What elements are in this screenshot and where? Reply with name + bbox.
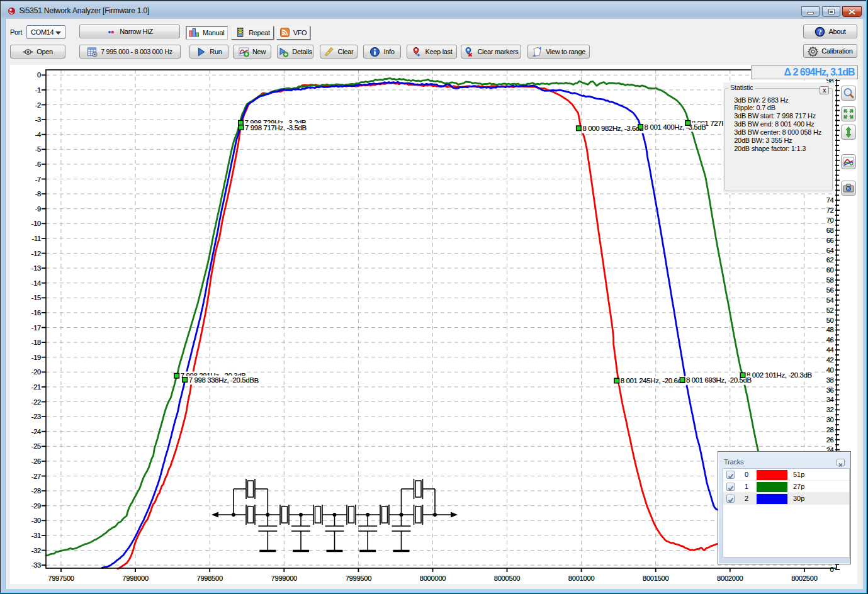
svg-text:54: 54: [826, 296, 834, 304]
svg-text:38: 38: [826, 376, 834, 384]
svg-text:58: 58: [826, 276, 834, 284]
svg-text:-16: -16: [31, 309, 41, 317]
svg-text:-17: -17: [31, 324, 41, 332]
svg-text:-15: -15: [31, 294, 41, 301]
svg-text:-32: -32: [31, 547, 41, 554]
svg-text:-7: -7: [35, 176, 41, 183]
svg-text:-27: -27: [31, 473, 41, 480]
svg-text:-29: -29: [31, 502, 41, 510]
svg-text:60: 60: [826, 266, 834, 274]
svg-text:8000000: 8000000: [420, 574, 446, 582]
svg-text:68: 68: [826, 227, 834, 234]
svg-text:40: 40: [826, 366, 834, 374]
svg-text:70: 70: [826, 216, 834, 224]
svg-text:7999500: 7999500: [346, 574, 372, 582]
svg-text:26: 26: [826, 436, 834, 444]
svg-text:56: 56: [826, 286, 834, 294]
svg-text:-1: -1: [35, 86, 41, 94]
svg-text:-30: -30: [31, 517, 41, 524]
svg-text:52: 52: [826, 306, 834, 314]
svg-text:-21: -21: [31, 383, 41, 391]
svg-text:-33: -33: [31, 561, 41, 569]
svg-text:8 000 982Hz, -3.6dB: 8 000 982Hz, -3.6dB: [582, 125, 645, 132]
svg-text:7 998 338Hz, -20.5dB: 7 998 338Hz, -20.5dB: [189, 376, 255, 384]
svg-text:-8: -8: [35, 190, 41, 198]
svg-text:-23: -23: [31, 413, 41, 420]
svg-text:-20: -20: [31, 368, 41, 376]
svg-text:72: 72: [826, 206, 834, 214]
svg-text:-14: -14: [31, 279, 41, 287]
svg-text:7999000: 7999000: [271, 574, 298, 582]
svg-text:-5: -5: [35, 145, 41, 153]
svg-text:7997500: 7997500: [48, 574, 74, 582]
svg-text:8000500: 8000500: [494, 574, 521, 582]
svg-text:8001500: 8001500: [643, 574, 669, 582]
svg-text:46: 46: [826, 336, 834, 344]
svg-text:8 001 400Hz, -3.5dB: 8 001 400Hz, -3.5dB: [645, 123, 707, 131]
svg-text:-24: -24: [31, 428, 41, 435]
svg-text:66: 66: [826, 237, 834, 244]
svg-text:8001000: 8001000: [568, 574, 595, 582]
svg-text:28: 28: [826, 426, 834, 434]
svg-text:-25: -25: [31, 442, 41, 450]
svg-text:34: 34: [826, 396, 834, 403]
svg-text:0: 0: [830, 566, 834, 573]
svg-text:-2: -2: [35, 101, 41, 109]
svg-text:7998500: 7998500: [196, 574, 223, 582]
svg-text:-13: -13: [31, 264, 41, 272]
svg-text:-22: -22: [31, 398, 41, 406]
svg-text:-26: -26: [31, 457, 41, 465]
svg-text:-18: -18: [31, 339, 41, 346]
svg-text:-6: -6: [35, 160, 41, 168]
svg-text:36: 36: [826, 386, 834, 394]
svg-text:-12: -12: [31, 250, 41, 257]
svg-text:-11: -11: [32, 235, 42, 242]
svg-text:-9: -9: [35, 205, 41, 213]
svg-text:-3: -3: [35, 116, 41, 123]
svg-text:0: 0: [37, 71, 41, 79]
svg-text:7998000: 7998000: [122, 574, 149, 582]
svg-text:8002500: 8002500: [791, 574, 818, 582]
svg-text:-19: -19: [31, 354, 41, 361]
svg-text:7 998 717Hz, -3.5dB: 7 998 717Hz, -3.5dB: [245, 124, 307, 132]
svg-text:42: 42: [826, 356, 834, 364]
svg-text:8 001 245Hz, -20.6dB: 8 001 245Hz, -20.6dB: [621, 377, 687, 384]
svg-text:30: 30: [826, 416, 834, 423]
svg-text:8 002 101Hz, -20.3dB: 8 002 101Hz, -20.3dB: [747, 371, 813, 379]
svg-text:32: 32: [826, 406, 834, 413]
svg-text:-4: -4: [35, 131, 41, 138]
svg-text:74: 74: [826, 196, 834, 204]
svg-text:64: 64: [826, 247, 834, 254]
svg-text:-28: -28: [31, 487, 41, 495]
svg-text:8002000: 8002000: [717, 574, 743, 582]
svg-text:62: 62: [826, 256, 834, 264]
svg-text:-31: -31: [31, 532, 41, 539]
svg-text:44: 44: [826, 346, 834, 354]
svg-text:-10: -10: [31, 220, 41, 227]
svg-text:50: 50: [826, 317, 834, 324]
svg-text:48: 48: [826, 326, 834, 333]
